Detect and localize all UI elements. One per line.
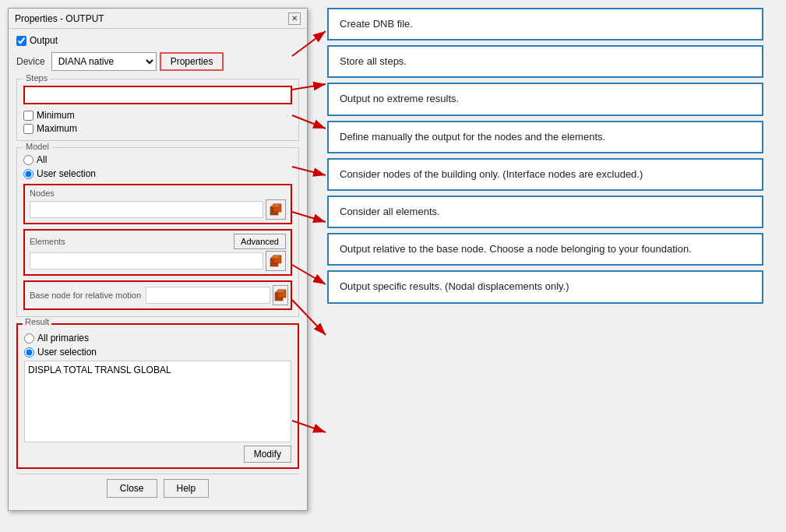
result-user-selection-radio[interactable]	[24, 347, 34, 358]
dialog-titlebar: Properties - OUTPUT ✕	[9, 9, 307, 29]
result-label: Result	[23, 317, 51, 326]
tooltip-7: Output relative to the base node. Choose…	[327, 233, 763, 266]
tooltip-3: Output no extreme results.	[327, 83, 763, 115]
nodes-cube-button[interactable]	[266, 199, 286, 220]
bottom-buttons: Close Help	[16, 474, 299, 504]
maximum-label: Maximum	[37, 123, 77, 134]
tooltips-area: Create DNB file. Store all steps. Output…	[327, 8, 763, 308]
output-checkbox[interactable]	[16, 36, 26, 46]
tooltip-1: Create DNB file.	[327, 8, 763, 41]
result-textarea[interactable]: DISPLA TOTAL TRANSL GLOBAL	[25, 361, 291, 439]
close-icon-btn[interactable]: ✕	[288, 12, 301, 25]
all-primaries-label: All primaries	[37, 333, 89, 344]
tooltip-5: Consider nodes of the building only. (In…	[327, 158, 763, 191]
tooltip-6-text: Consider all elements.	[340, 206, 440, 217]
elements-header: Elements Advanced	[30, 234, 286, 249]
basenode-cube-icon	[273, 288, 287, 302]
minimum-label: Minimum	[37, 110, 75, 121]
properties-dialog: Properties - OUTPUT ✕ Output Device DIAN…	[8, 8, 308, 511]
nodes-cube-icon	[269, 203, 283, 217]
elements-box: Elements Advanced ALL	[23, 229, 292, 276]
elements-input-row: ALL	[30, 251, 286, 271]
nodes-box: Nodes 1-22423	[23, 184, 292, 224]
modify-button[interactable]: Modify	[244, 446, 291, 463]
result-section: Result All primaries User selection DISP…	[16, 323, 299, 469]
all-radio-row: All	[23, 154, 292, 165]
tooltip-2: Store all steps.	[327, 45, 763, 78]
all-radio[interactable]	[23, 155, 33, 165]
tooltip-3-text: Output no extreme results.	[340, 93, 459, 104]
minimum-row: Minimum	[23, 110, 292, 121]
maximum-row: Maximum	[23, 123, 292, 134]
basenode-input[interactable]: 18176	[146, 287, 270, 304]
tooltip-5-text: Consider nodes of the building only. (In…	[340, 168, 643, 180]
all-primaries-radio[interactable]	[24, 333, 34, 344]
minimum-checkbox[interactable]	[23, 111, 33, 121]
tooltip-8: Output specific results. (Nodal displace…	[327, 270, 763, 303]
device-row: Device DIANA native HDF5 CSV Properties	[16, 52, 299, 71]
output-row: Output	[16, 35, 299, 46]
steps-section: Steps ALL Minimum Maximum	[16, 79, 299, 141]
maximum-checkbox[interactable]	[23, 124, 33, 134]
elements-input[interactable]: ALL	[30, 252, 263, 270]
advanced-button[interactable]: Advanced	[234, 234, 286, 249]
all-radio-label: All	[37, 154, 47, 165]
elements-cube-icon	[269, 254, 283, 268]
basenode-box: Base node for relative motion 18176	[23, 280, 292, 310]
elements-label: Elements	[30, 237, 65, 246]
tooltip-4-text: Define manually the output for the nodes…	[340, 131, 605, 143]
properties-button[interactable]: Properties	[160, 52, 224, 71]
basenode-cube-button[interactable]	[273, 285, 288, 305]
tooltip-6: Consider all elements.	[327, 196, 763, 228]
tooltip-8-text: Output specific results. (Nodal displace…	[340, 280, 569, 292]
close-button[interactable]: Close	[107, 479, 157, 498]
steps-input[interactable]: ALL	[23, 86, 292, 104]
close-icon: ✕	[291, 14, 298, 23]
tooltip-7-text: Output relative to the base node. Choose…	[340, 243, 692, 255]
tooltip-2-text: Store all steps.	[340, 55, 407, 67]
basenode-label: Base node for relative motion	[30, 291, 141, 300]
result-section-wrapper: Result All primaries User selection DISP…	[16, 323, 299, 469]
tooltip-1-text: Create DNB file.	[340, 18, 413, 30]
output-label: Output	[30, 35, 58, 46]
steps-label: Steps	[23, 73, 50, 83]
user-selection-radio-row: User selection	[23, 168, 292, 179]
user-selection-radio-label: User selection	[37, 168, 96, 179]
model-label: Model	[23, 142, 51, 151]
help-button[interactable]: Help	[164, 479, 210, 498]
elements-cube-button[interactable]	[266, 251, 286, 271]
nodes-input-row: 1-22423	[30, 199, 286, 220]
all-primaries-row: All primaries	[24, 333, 291, 344]
dialog-title: Properties - OUTPUT	[15, 13, 104, 24]
model-section: Model All User selection Nodes 1-22423	[16, 147, 299, 317]
result-user-selection-row: User selection	[24, 347, 291, 358]
nodes-input[interactable]: 1-22423	[30, 201, 263, 218]
nodes-label: Nodes	[30, 188, 286, 198]
result-user-selection-label: User selection	[37, 347, 97, 358]
result-textarea-wrapper: DISPLA TOTAL TRANSL GLOBAL	[24, 361, 291, 442]
dialog-content: Output Device DIANA native HDF5 CSV Prop…	[9, 29, 307, 510]
user-selection-radio[interactable]	[23, 169, 33, 179]
device-select[interactable]: DIANA native HDF5 CSV	[51, 52, 157, 71]
tooltip-4: Define manually the output for the nodes…	[327, 121, 763, 153]
device-label: Device	[16, 56, 45, 67]
